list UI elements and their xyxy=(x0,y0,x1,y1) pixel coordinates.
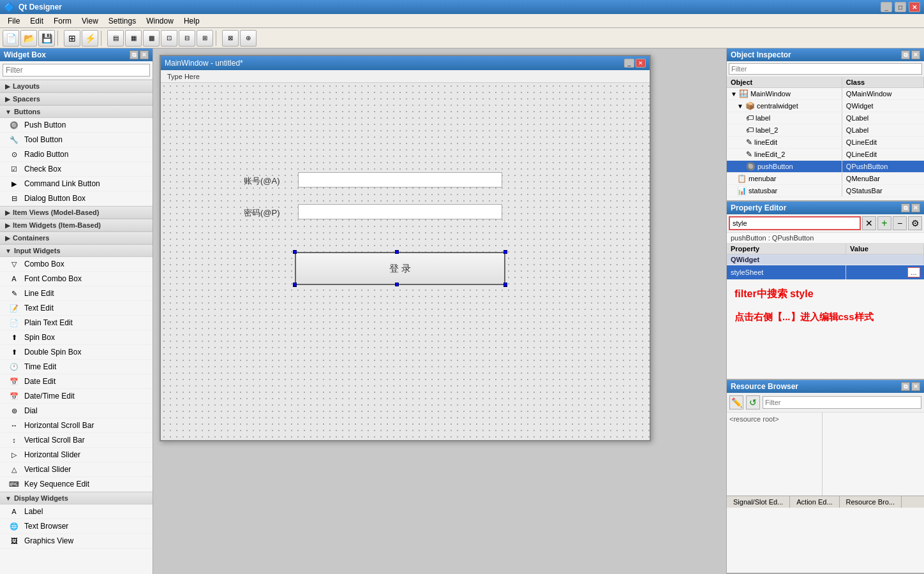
rb-edit-button[interactable]: ✏️ xyxy=(729,395,743,409)
property-editor-float[interactable]: ⧉ xyxy=(901,203,910,212)
resource-browser-float[interactable]: ⧉ xyxy=(901,382,910,391)
widget-v-slider[interactable]: △ Vertical Slider xyxy=(0,462,153,477)
toolbar-layout2[interactable]: ▦ xyxy=(125,30,142,47)
widget-box-float[interactable]: ⧉ xyxy=(130,50,138,59)
toolbar-layout6[interactable]: ⊞ xyxy=(197,30,213,47)
object-inspector-float[interactable]: ⧉ xyxy=(901,50,910,59)
menu-file[interactable]: File xyxy=(3,15,25,27)
widget-date-edit[interactable]: 📅 Date Edit xyxy=(0,374,153,389)
designer-close[interactable]: ✕ xyxy=(636,59,646,68)
stylesheet-edit-button[interactable]: ... xyxy=(907,267,920,277)
menu-help[interactable]: Help xyxy=(179,15,205,27)
obj-row-label2[interactable]: 🏷label_2 QLabel xyxy=(727,124,924,136)
toolbar-layout1[interactable]: ▤ xyxy=(107,30,124,47)
prop-minus-button[interactable]: − xyxy=(893,216,907,230)
menu-view[interactable]: View xyxy=(77,15,103,27)
category-item-widgets[interactable]: ▶Item Widgets (Item-Based) xyxy=(0,219,153,232)
toolbar-layout4[interactable]: ⊡ xyxy=(161,30,177,47)
password-input[interactable] xyxy=(298,204,502,219)
widget-box-panel: Widget Box ⧉ ✕ ▶Layouts ▶Spacers ▼Button… xyxy=(0,48,153,574)
rb-refresh-button[interactable]: ↺ xyxy=(746,395,760,409)
close-button[interactable]: ✕ xyxy=(909,2,920,12)
widget-line-edit[interactable]: ✎ Line Edit xyxy=(0,286,153,301)
toolbar-signal-slot[interactable]: ⚡ xyxy=(82,30,98,47)
obj-row-menubar[interactable]: 📋menubar QMenuBar xyxy=(727,173,924,185)
category-display-widgets[interactable]: ▼Display Widgets xyxy=(0,492,153,504)
category-containers[interactable]: ▶Containers xyxy=(0,232,153,244)
widget-plain-text-edit-label: Plain Text Edit xyxy=(24,318,73,327)
widget-command-link-button[interactable]: ▶ Command Link Button xyxy=(0,177,153,191)
widget-dialog-button-box[interactable]: ⊟ Dialog Button Box xyxy=(0,191,153,206)
widget-box-close[interactable]: ✕ xyxy=(140,50,149,59)
widget-check-box[interactable]: ☑ Check Box xyxy=(0,162,153,177)
widget-spin-box[interactable]: ⬆ Spin Box xyxy=(0,330,153,345)
object-inspector-close[interactable]: ✕ xyxy=(911,50,920,59)
prop-add-button[interactable]: + xyxy=(877,216,891,230)
property-search-input[interactable] xyxy=(729,216,861,230)
rb-filter-input[interactable] xyxy=(763,396,921,409)
widget-radio-button-label: Radio Button xyxy=(24,150,68,159)
tab-signal-slot[interactable]: Signal/Slot Ed... xyxy=(727,496,790,508)
widget-plain-text-edit[interactable]: 📄 Plain Text Edit xyxy=(0,316,153,330)
tab-resource-browser[interactable]: Resource Bro... xyxy=(840,496,902,508)
widget-double-spin-box[interactable]: ⬆ Double Spin Box xyxy=(0,345,153,360)
category-input-widgets[interactable]: ▼Input Widgets xyxy=(0,244,153,257)
prop-clear-button[interactable]: ✕ xyxy=(862,216,876,230)
prop-row-stylesheet[interactable]: styleSheet ... xyxy=(727,265,924,280)
widget-h-slider[interactable]: ▷ Horizontal Slider xyxy=(0,448,153,462)
category-spacers[interactable]: ▶Spacers xyxy=(0,92,153,105)
category-buttons[interactable]: ▼Buttons xyxy=(0,105,153,118)
designer-canvas[interactable]: 账号(@A) 密码(@P) 登 录 xyxy=(161,83,650,440)
minimize-button[interactable]: _ xyxy=(881,2,892,12)
category-item-views[interactable]: ▶Item Views (Model-Based) xyxy=(0,206,153,219)
widget-key-sequence-edit[interactable]: ⌨ Key Sequence Edit xyxy=(0,477,153,492)
obj-row-mainwindow[interactable]: ▼🪟MainWindow QMainWindow xyxy=(727,88,924,100)
designer-menubar[interactable]: Type Here xyxy=(161,70,650,83)
widget-text-browser[interactable]: 🌐 Text Browser xyxy=(0,519,153,534)
maximize-button[interactable]: □ xyxy=(895,2,906,12)
property-editor-close[interactable]: ✕ xyxy=(911,203,920,212)
toolbar-new[interactable]: 📄 xyxy=(3,30,19,47)
obj-row-lineedit[interactable]: ✎lineEdit QLineEdit xyxy=(727,136,924,149)
login-button[interactable]: 登 录 xyxy=(295,252,505,285)
widget-push-button[interactable]: 🔘 Push Button xyxy=(0,118,153,133)
tab-action-editor[interactable]: Action Ed... xyxy=(790,496,839,508)
widget-combo-box[interactable]: ▽ Combo Box xyxy=(0,257,153,272)
widget-tool-button[interactable]: 🔧 Tool Button xyxy=(0,133,153,147)
widget-graphics-view[interactable]: 🖼 Graphics View xyxy=(0,534,153,548)
widget-label-label: Label xyxy=(24,507,43,516)
toolbar-layout5[interactable]: ⊟ xyxy=(179,30,195,47)
widget-radio-button[interactable]: ⊙ Radio Button xyxy=(0,147,153,162)
widget-text-edit[interactable]: 📝 Text Edit xyxy=(0,301,153,316)
category-layouts[interactable]: ▶Layouts xyxy=(0,80,153,92)
toolbar-open[interactable]: 📂 xyxy=(20,30,37,47)
tool-button-icon: 🔧 xyxy=(8,135,20,145)
account-input[interactable] xyxy=(298,172,502,188)
menu-edit[interactable]: Edit xyxy=(25,15,48,27)
widget-box-filter-input[interactable] xyxy=(3,64,150,77)
menu-window[interactable]: Window xyxy=(141,15,179,27)
toolbar-save[interactable]: 💾 xyxy=(38,30,55,47)
widget-time-edit[interactable]: 🕐 Time Edit xyxy=(0,360,153,374)
menu-settings[interactable]: Settings xyxy=(103,15,141,27)
resource-browser-close[interactable]: ✕ xyxy=(911,382,920,391)
prop-config-button[interactable]: ⚙ xyxy=(908,216,922,230)
widget-datetime-edit[interactable]: 📅 Date/Time Edit xyxy=(0,389,153,404)
obj-row-statusbar[interactable]: 📊statusbar QStatusBar xyxy=(727,185,924,197)
object-inspector-filter-input[interactable] xyxy=(729,63,922,75)
menu-form[interactable]: Form xyxy=(48,15,77,27)
obj-row-centralwidget[interactable]: ▼📦centralwidget QWidget xyxy=(727,100,924,112)
obj-row-label[interactable]: 🏷label QLabel xyxy=(727,112,924,124)
designer-minimize[interactable]: _ xyxy=(624,59,634,68)
widget-h-scrollbar[interactable]: ↔ Horizontal Scroll Bar xyxy=(0,418,153,433)
toolbar-break[interactable]: ⊠ xyxy=(222,30,239,47)
widget-v-scrollbar[interactable]: ↕ Vertical Scroll Bar xyxy=(0,433,153,448)
toolbar-layout3[interactable]: ▩ xyxy=(143,30,160,47)
obj-row-pushbutton[interactable]: 🔘pushButton QPushButton xyxy=(727,161,924,173)
toolbar-adjust[interactable]: ⊛ xyxy=(240,30,257,47)
widget-font-combo-box[interactable]: A Font Combo Box xyxy=(0,272,153,286)
toolbar-widget-editor[interactable]: ⊞ xyxy=(64,30,80,47)
obj-row-lineedit2[interactable]: ✎lineEdit_2 QLineEdit xyxy=(727,149,924,161)
widget-dial[interactable]: ⊚ Dial xyxy=(0,404,153,418)
widget-label[interactable]: A Label xyxy=(0,504,153,519)
